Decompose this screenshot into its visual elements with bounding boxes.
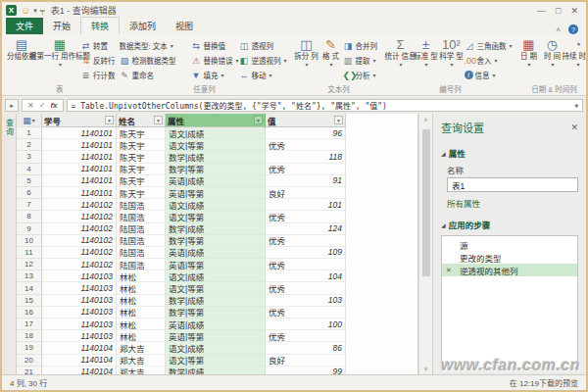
table-cell[interactable]: 林松 xyxy=(117,307,166,318)
column-header-value[interactable]: 值▼ xyxy=(266,114,346,127)
row-number[interactable]: 4 xyxy=(17,164,42,175)
tab-view[interactable]: 视图 xyxy=(166,18,203,34)
queries-pane-collapsed[interactable]: 查询 xyxy=(2,114,17,374)
unpivot-columns-button[interactable]: ◧逆透视列▾ xyxy=(239,53,290,68)
row-number[interactable]: 3 xyxy=(17,151,42,163)
table-cell[interactable]: 数学|等第 xyxy=(166,235,266,247)
table-cell[interactable]: 陆国浩 xyxy=(117,235,166,247)
row-number[interactable]: 2 xyxy=(17,139,42,151)
rounding-button[interactable]: .00舍入▾ xyxy=(465,53,514,68)
formula-bar-expand-button[interactable]: ▸ xyxy=(5,99,19,112)
table-cell[interactable]: 语文|成绩 xyxy=(166,199,266,211)
row-number[interactable]: 12 xyxy=(17,259,42,270)
information-button[interactable]: i信息▾ xyxy=(465,68,514,82)
query-name-input[interactable]: 表1 xyxy=(447,177,578,192)
table-cell[interactable]: 91 xyxy=(266,175,346,187)
table-cell[interactable]: 优秀 xyxy=(266,139,346,151)
use-first-row-as-headers-button[interactable]: ▦ 将第一行 用作标题▾ xyxy=(39,35,80,69)
row-number[interactable]: 10 xyxy=(17,235,42,247)
table-cell[interactable]: 优秀 xyxy=(266,164,346,175)
table-cell[interactable]: 数学|成绩 xyxy=(166,295,266,307)
table-cell[interactable]: 数学|成绩 xyxy=(166,223,266,235)
table-cell[interactable]: 1140104 xyxy=(42,367,117,374)
row-number[interactable]: 19 xyxy=(17,342,42,354)
table-cell[interactable]: 1140103 xyxy=(42,295,117,307)
help-icon[interactable]: ? xyxy=(568,24,578,34)
move-button[interactable]: ↔移动▾ xyxy=(239,68,290,82)
standard-button[interactable]: ± 标准 型▾ xyxy=(414,35,439,69)
table-cell[interactable]: 林松 xyxy=(117,282,166,294)
row-number[interactable]: 15 xyxy=(17,295,42,307)
table-cell[interactable]: 103 xyxy=(266,295,346,307)
table-cell[interactable]: 英语|等第 xyxy=(166,259,266,270)
maximize-button[interactable]: □ xyxy=(556,6,561,16)
table-cell[interactable]: 英语|等第 xyxy=(166,187,266,199)
table-cell[interactable]: 118 xyxy=(266,151,346,163)
table-cell[interactable]: 1140104 xyxy=(42,342,117,354)
table-cell[interactable]: 1140101 xyxy=(42,127,117,139)
formula-accept-icon[interactable]: ✓ xyxy=(39,101,46,110)
table-cell[interactable]: 郑大吉 xyxy=(117,367,166,374)
qat-customize-icon[interactable]: ╤ xyxy=(40,7,45,14)
table-cell[interactable]: 1140101 xyxy=(42,139,117,151)
row-number[interactable]: 7 xyxy=(17,199,42,211)
applied-steps-section-header[interactable]: ◢ 应用的步骤 xyxy=(441,219,578,230)
table-cell[interactable]: 1140101 xyxy=(42,187,117,199)
table-cell[interactable]: 陈天宇 xyxy=(117,187,166,199)
table-cell[interactable]: 优秀 xyxy=(266,259,346,270)
table-cell[interactable]: 104 xyxy=(266,270,346,282)
applied-step-item[interactable]: ✕逆透视的其他列 xyxy=(442,264,577,276)
row-number[interactable]: 14 xyxy=(17,282,42,294)
table-cell[interactable]: 语文|成绩 xyxy=(166,342,266,354)
table-cell[interactable]: 1140102 xyxy=(42,211,117,222)
row-number[interactable]: 11 xyxy=(17,247,42,259)
table-cell[interactable]: 陆国浩 xyxy=(117,247,166,259)
pivot-column-button[interactable]: ◫透视列 xyxy=(239,38,290,53)
table-cell[interactable]: 英语|成绩 xyxy=(166,175,266,187)
column-header-attr[interactable]: 属性▼ xyxy=(166,114,266,127)
table-cell[interactable]: 陈天宇 xyxy=(117,175,166,187)
table-cell[interactable]: 124 xyxy=(266,223,346,235)
table-cell[interactable]: 林松 xyxy=(117,330,166,342)
filter-icon[interactable]: ▼ xyxy=(154,116,163,124)
table-cell[interactable]: 语文|等第 xyxy=(166,211,266,222)
query-settings-close-icon[interactable]: ✕ xyxy=(570,122,578,132)
row-number[interactable]: 8 xyxy=(17,211,42,222)
row-number[interactable]: 20 xyxy=(17,355,42,367)
properties-section-header[interactable]: ◢ 属性 xyxy=(441,147,578,159)
duration-button[interactable]: ◔ 持续 时间▾ xyxy=(564,35,587,69)
table-cell[interactable]: 良好 xyxy=(266,355,346,367)
time-button[interactable]: ◷ 时 间▾ xyxy=(541,35,564,69)
table-cell[interactable]: 语文|等第 xyxy=(166,139,266,151)
filter-icon[interactable]: ▼ xyxy=(105,116,114,124)
count-rows-button[interactable]: ≣行计数 xyxy=(80,68,116,82)
minimize-button[interactable]: — xyxy=(537,6,546,16)
format-button[interactable]: ✎ 格 式▾ xyxy=(319,35,343,69)
table-cell[interactable]: 语文|等第 xyxy=(166,355,266,367)
tab-transform[interactable]: 转换 xyxy=(80,17,120,34)
tab-home[interactable]: 开始 xyxy=(43,18,80,34)
row-number[interactable]: 6 xyxy=(17,187,42,199)
table-cell[interactable]: 86 xyxy=(266,342,346,354)
table-cell[interactable]: 1140102 xyxy=(42,247,117,259)
table-cell[interactable]: 陆国浩 xyxy=(117,223,166,235)
table-cell[interactable]: 陈天宇 xyxy=(117,127,166,139)
close-button[interactable]: ✕ xyxy=(570,6,578,16)
transpose-button[interactable]: ⇄转置 xyxy=(80,38,116,53)
table-cell[interactable]: 1140103 xyxy=(42,318,117,330)
table-cell[interactable]: 陆国浩 xyxy=(117,211,166,222)
table-cell[interactable]: 1140101 xyxy=(42,175,117,187)
scientific-button[interactable]: 10² 科学 型▾ xyxy=(439,35,465,69)
table-cell[interactable]: 优秀 xyxy=(266,282,346,294)
reverse-rows-button[interactable]: ⇅反转行 xyxy=(80,53,116,68)
table-cell[interactable]: 数学|等第 xyxy=(166,307,266,318)
statistics-button[interactable]: Σ 统计 信息▾ xyxy=(388,35,414,69)
date-button[interactable]: ▦ 日 期▾ xyxy=(517,35,541,69)
column-header-name[interactable]: 姓名▼ xyxy=(117,114,166,127)
table-cell[interactable]: 语文|成绩 xyxy=(166,127,266,139)
table-cell[interactable]: 陆国浩 xyxy=(117,259,166,270)
table-menu-button[interactable]: ▦▾ xyxy=(17,114,42,127)
table-cell[interactable]: 良好 xyxy=(266,187,346,199)
table-cell[interactable]: 数学|成绩 xyxy=(166,151,266,163)
table-cell[interactable]: 1140102 xyxy=(42,223,117,235)
